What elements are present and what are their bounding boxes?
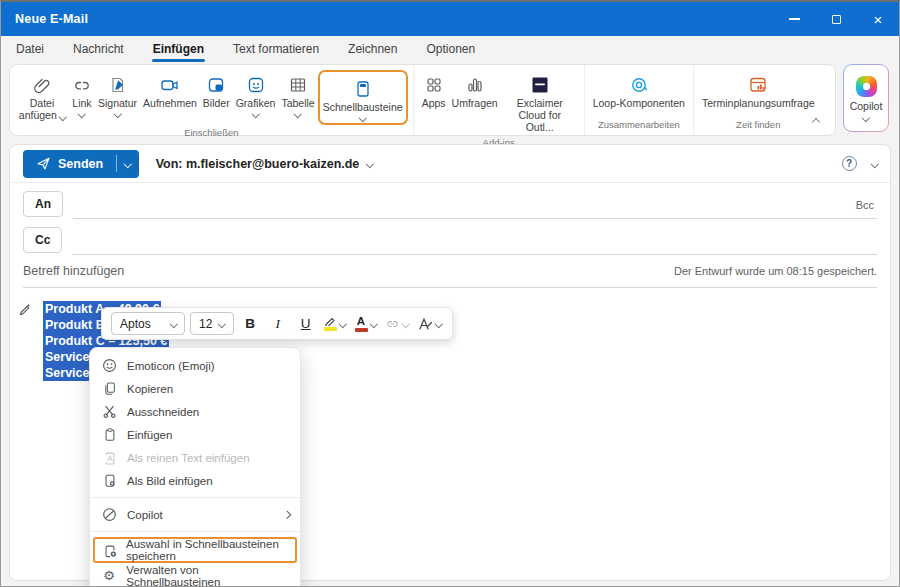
format-pen-icon <box>418 317 433 331</box>
italic-button[interactable]: I <box>266 316 289 332</box>
cc-input[interactable] <box>72 225 877 255</box>
record-label: Aufnehmen <box>143 97 197 109</box>
font-name-select[interactable]: Aptos <box>111 312 185 335</box>
record-button[interactable]: Aufnehmen <box>140 70 200 111</box>
copilot-logo-icon <box>856 76 877 97</box>
group-label-zusammenarbeiten: Zusammenarbeiten <box>590 117 688 133</box>
menu-separator <box>90 531 300 532</box>
format-options-button[interactable] <box>416 317 444 331</box>
apps-grid-icon <box>424 72 444 97</box>
attach-file-button[interactable]: Datei anfügen <box>15 70 69 123</box>
selected-text-line[interactable]: Produkt B <box>43 317 107 333</box>
context-menu: Emoticon (Emoji) Kopieren Ausschneiden E… <box>89 347 301 587</box>
signature-icon <box>108 72 128 97</box>
chevron-down-icon <box>366 160 374 168</box>
help-icon[interactable]: ? <box>842 156 857 171</box>
tab-datei[interactable]: Datei <box>15 37 45 61</box>
exclaimer-button[interactable]: Exclaimer Cloud for Outl... <box>501 70 579 135</box>
poll-bars-icon <box>465 72 485 97</box>
font-color-icon: A <box>355 316 368 332</box>
chevron-down-icon <box>862 114 870 122</box>
from-label: Von: m.fleischer@buero-kaizen.de <box>156 157 360 171</box>
graphics-button[interactable]: Grafiken <box>233 70 279 119</box>
polls-label: Umfragen <box>452 97 498 109</box>
menu-item-copilot[interactable]: Copilot <box>90 503 300 526</box>
from-selector[interactable]: Von: m.fleischer@buero-kaizen.de <box>156 157 373 171</box>
image-icon <box>206 72 226 97</box>
signature-button[interactable]: Signatur <box>95 70 140 119</box>
subject-input[interactable]: Betreff hinzufügen <box>23 264 124 278</box>
font-size-select[interactable]: 12 <box>190 312 234 335</box>
send-icon <box>36 156 51 171</box>
tab-text-formatieren[interactable]: Text formatieren <box>232 37 320 61</box>
loop-components-button[interactable]: Loop-Komponenten <box>590 70 688 111</box>
highlight-color-button[interactable] <box>322 316 348 331</box>
menu-item-ausschneiden[interactable]: Ausschneiden <box>90 400 300 423</box>
menu-separator <box>90 497 300 498</box>
paste-image-icon <box>101 473 118 488</box>
copilot-label: Copilot <box>850 100 883 112</box>
menu-item-kopieren[interactable]: Kopieren <box>90 377 300 400</box>
tab-nachricht[interactable]: Nachricht <box>72 37 125 61</box>
tab-einfuegen[interactable]: Einfügen <box>152 37 205 61</box>
gear-icon: ⚙ <box>101 569 117 582</box>
close-button[interactable]: × <box>857 2 899 36</box>
menu-item-verwalten-schnellbausteine[interactable]: ⚙ Verwalten von Schnellbausteinen <box>90 564 300 587</box>
chevron-down-icon[interactable] <box>870 160 878 168</box>
link-icon <box>72 72 92 97</box>
font-size-value: 12 <box>199 317 212 331</box>
subject-row: Betreff hinzufügen Der Entwurf wurde um … <box>23 264 877 288</box>
menu-item-als-reinen-text: Als reinen Text einfügen <box>90 446 300 469</box>
table-button[interactable]: Tabelle <box>278 70 317 119</box>
insert-link-button[interactable] <box>383 316 411 331</box>
bcc-toggle[interactable]: Bcc <box>853 199 877 218</box>
tab-zeichnen[interactable]: Zeichnen <box>347 37 398 61</box>
menu-item-einfuegen[interactable]: Einfügen <box>90 423 300 446</box>
send-label: Senden <box>58 157 103 171</box>
cc-button[interactable]: Cc <box>23 227 62 253</box>
send-button[interactable]: Senden <box>23 150 139 178</box>
to-button[interactable]: An <box>23 191 63 217</box>
font-color-button[interactable]: A <box>353 316 379 332</box>
copilot-button[interactable]: Copilot <box>843 64 889 132</box>
menu-item-emoticon[interactable]: Emoticon (Emoji) <box>90 354 300 377</box>
titlebar: Neue E-Mail × <box>1 2 899 36</box>
quick-parts-button[interactable]: Schnellbausteine <box>318 70 408 125</box>
clipboard-paste-icon <box>101 427 118 442</box>
copilot-pen-icon[interactable] <box>19 302 32 315</box>
quick-parts-label: Schnellbausteine <box>323 101 403 113</box>
scheduling-poll-icon <box>747 72 769 97</box>
maximize-button[interactable] <box>815 2 857 36</box>
outlook-new-email-window: Neue E-Mail × Datei Nachricht Einfügen T… <box>0 0 900 587</box>
pictures-button[interactable]: Bilder <box>200 70 233 111</box>
link-button[interactable]: Link <box>69 70 95 119</box>
link-icon <box>385 316 400 331</box>
quick-parts-icon <box>353 76 373 101</box>
table-label: Tabelle <box>281 97 314 109</box>
to-input[interactable]: Bcc <box>73 189 877 219</box>
scheduling-poll-button[interactable]: Terminplanungsumfrage <box>699 70 818 111</box>
send-options-chevron[interactable] <box>117 150 139 178</box>
paste-plain-text-icon <box>101 450 118 465</box>
window-controls: × <box>773 2 899 36</box>
floating-format-toolbar: Aptos 12 B I U A <box>101 307 453 340</box>
menu-item-auswahl-schnellbausteine-speichern[interactable]: Auswahl in Schnellbausteinen speichern <box>93 537 297 563</box>
polls-button[interactable]: Umfragen <box>449 70 501 111</box>
signature-label: Signatur <box>98 97 137 109</box>
ribbon: Datei anfügen Link Signatur <box>9 64 891 136</box>
paperclip-icon <box>32 72 52 97</box>
minimize-icon <box>789 18 800 20</box>
bold-button[interactable]: B <box>239 316 262 331</box>
apps-button[interactable]: Apps <box>419 70 449 111</box>
draft-saved-status: Der Entwurf wurde um 08:15 gespeichert. <box>674 265 877 277</box>
emoji-icon <box>101 358 118 373</box>
minimize-button[interactable] <box>773 2 815 36</box>
exclaimer-badge-icon <box>530 72 550 97</box>
tab-optionen[interactable]: Optionen <box>425 37 476 61</box>
ribbon-group-zeit-finden: Terminplanungsumfrage Zeit finden <box>694 65 823 135</box>
maximize-icon <box>832 15 841 24</box>
ribbon-group-addins: Apps Umfragen Exclaimer Cloud for Outl..… <box>414 65 585 135</box>
underline-button[interactable]: U <box>294 316 317 331</box>
menu-item-als-bild[interactable]: Als Bild einfügen <box>90 469 300 492</box>
scheduling-poll-label: Terminplanungsumfrage <box>702 97 815 109</box>
